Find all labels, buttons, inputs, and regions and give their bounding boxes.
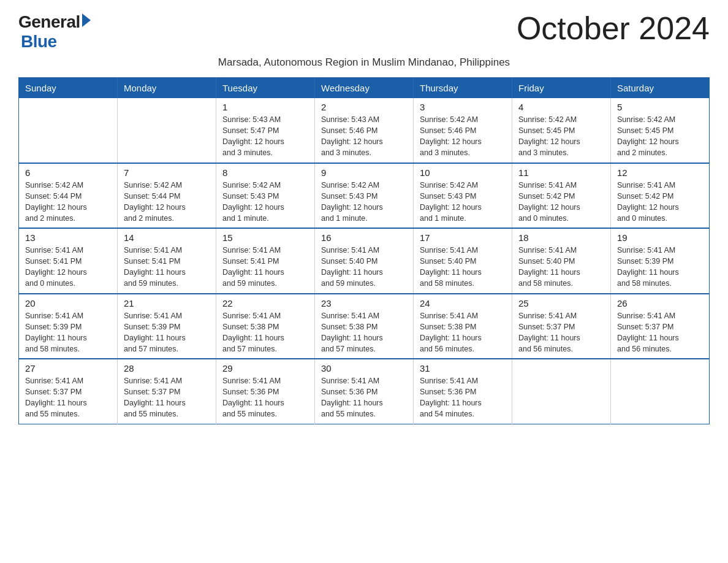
calendar-week-row: 20Sunrise: 5:41 AM Sunset: 5:39 PM Dayli… xyxy=(19,294,710,359)
calendar-cell: 3Sunrise: 5:42 AM Sunset: 5:46 PM Daylig… xyxy=(414,98,512,163)
day-number: 24 xyxy=(420,298,506,308)
day-number: 13 xyxy=(25,232,111,243)
header: General Blue October 2024 xyxy=(18,12,710,52)
calendar-cell: 27Sunrise: 5:41 AM Sunset: 5:37 PM Dayli… xyxy=(19,359,118,424)
day-number: 21 xyxy=(124,298,210,308)
calendar-cell: 24Sunrise: 5:41 AM Sunset: 5:38 PM Dayli… xyxy=(414,294,512,359)
day-number: 10 xyxy=(420,167,506,178)
calendar-week-row: 1Sunrise: 5:43 AM Sunset: 5:47 PM Daylig… xyxy=(19,98,710,163)
day-info: Sunrise: 5:41 AM Sunset: 5:38 PM Dayligh… xyxy=(420,310,506,355)
day-number: 6 xyxy=(25,167,111,178)
day-number: 31 xyxy=(420,363,506,373)
day-number: 8 xyxy=(222,167,308,178)
day-number: 5 xyxy=(617,102,703,112)
day-number: 17 xyxy=(420,232,506,243)
day-number: 2 xyxy=(321,102,407,112)
calendar-cell: 15Sunrise: 5:41 AM Sunset: 5:41 PM Dayli… xyxy=(216,228,315,294)
day-number: 16 xyxy=(321,232,407,243)
month-title: October 2024 xyxy=(517,12,710,44)
day-number: 3 xyxy=(420,102,506,112)
day-info: Sunrise: 5:41 AM Sunset: 5:37 PM Dayligh… xyxy=(124,375,210,420)
calendar-cell: 20Sunrise: 5:41 AM Sunset: 5:39 PM Dayli… xyxy=(19,294,118,359)
day-info: Sunrise: 5:41 AM Sunset: 5:40 PM Dayligh… xyxy=(321,245,407,289)
weekday-header-friday: Friday xyxy=(512,78,611,99)
day-info: Sunrise: 5:41 AM Sunset: 5:39 PM Dayligh… xyxy=(617,245,703,289)
day-info: Sunrise: 5:41 AM Sunset: 5:40 PM Dayligh… xyxy=(518,245,604,289)
calendar-week-row: 27Sunrise: 5:41 AM Sunset: 5:37 PM Dayli… xyxy=(19,359,710,424)
logo: General Blue xyxy=(18,12,91,52)
logo-general-text: General xyxy=(18,12,80,32)
weekday-header-thursday: Thursday xyxy=(414,78,512,99)
logo-arrow-icon xyxy=(82,13,91,27)
calendar-cell: 11Sunrise: 5:41 AM Sunset: 5:42 PM Dayli… xyxy=(512,163,611,229)
weekday-header-wednesday: Wednesday xyxy=(315,78,414,99)
day-info: Sunrise: 5:42 AM Sunset: 5:43 PM Dayligh… xyxy=(222,180,308,224)
calendar-cell xyxy=(118,98,216,163)
calendar-cell: 19Sunrise: 5:41 AM Sunset: 5:39 PM Dayli… xyxy=(611,228,710,294)
day-info: Sunrise: 5:41 AM Sunset: 5:41 PM Dayligh… xyxy=(222,245,308,289)
subtitle: Marsada, Autonomous Region in Muslim Min… xyxy=(18,56,710,69)
calendar-cell: 4Sunrise: 5:42 AM Sunset: 5:45 PM Daylig… xyxy=(512,98,611,163)
day-info: Sunrise: 5:41 AM Sunset: 5:38 PM Dayligh… xyxy=(321,310,407,355)
day-number: 1 xyxy=(222,102,308,112)
calendar-cell xyxy=(19,98,118,163)
day-number: 20 xyxy=(25,298,111,308)
day-info: Sunrise: 5:41 AM Sunset: 5:39 PM Dayligh… xyxy=(124,310,210,355)
weekday-header-row: SundayMondayTuesdayWednesdayThursdayFrid… xyxy=(19,78,710,99)
calendar-week-row: 13Sunrise: 5:41 AM Sunset: 5:41 PM Dayli… xyxy=(19,228,710,294)
day-number: 7 xyxy=(124,167,210,178)
weekday-header-tuesday: Tuesday xyxy=(216,78,315,99)
day-info: Sunrise: 5:42 AM Sunset: 5:44 PM Dayligh… xyxy=(25,180,111,224)
calendar-cell: 17Sunrise: 5:41 AM Sunset: 5:40 PM Dayli… xyxy=(414,228,512,294)
day-info: Sunrise: 5:41 AM Sunset: 5:42 PM Dayligh… xyxy=(617,180,703,224)
day-info: Sunrise: 5:42 AM Sunset: 5:45 PM Dayligh… xyxy=(518,114,604,159)
day-info: Sunrise: 5:41 AM Sunset: 5:37 PM Dayligh… xyxy=(25,375,111,420)
calendar-cell: 25Sunrise: 5:41 AM Sunset: 5:37 PM Dayli… xyxy=(512,294,611,359)
calendar-cell: 8Sunrise: 5:42 AM Sunset: 5:43 PM Daylig… xyxy=(216,163,315,229)
calendar-cell: 7Sunrise: 5:42 AM Sunset: 5:44 PM Daylig… xyxy=(118,163,216,229)
day-number: 14 xyxy=(124,232,210,243)
day-number: 19 xyxy=(617,232,703,243)
day-info: Sunrise: 5:41 AM Sunset: 5:37 PM Dayligh… xyxy=(617,310,703,355)
calendar-cell: 31Sunrise: 5:41 AM Sunset: 5:36 PM Dayli… xyxy=(414,359,512,424)
day-info: Sunrise: 5:41 AM Sunset: 5:36 PM Dayligh… xyxy=(321,375,407,420)
calendar-cell: 9Sunrise: 5:42 AM Sunset: 5:43 PM Daylig… xyxy=(315,163,414,229)
day-number: 11 xyxy=(518,167,604,178)
day-info: Sunrise: 5:41 AM Sunset: 5:37 PM Dayligh… xyxy=(518,310,604,355)
day-info: Sunrise: 5:41 AM Sunset: 5:36 PM Dayligh… xyxy=(222,375,308,420)
calendar-cell: 16Sunrise: 5:41 AM Sunset: 5:40 PM Dayli… xyxy=(315,228,414,294)
day-info: Sunrise: 5:43 AM Sunset: 5:46 PM Dayligh… xyxy=(321,114,407,159)
day-info: Sunrise: 5:41 AM Sunset: 5:40 PM Dayligh… xyxy=(420,245,506,289)
logo-blue-text: Blue xyxy=(21,32,57,52)
weekday-header-saturday: Saturday xyxy=(611,78,710,99)
calendar-cell: 29Sunrise: 5:41 AM Sunset: 5:36 PM Dayli… xyxy=(216,359,315,424)
day-info: Sunrise: 5:43 AM Sunset: 5:47 PM Dayligh… xyxy=(222,114,308,159)
calendar-cell: 14Sunrise: 5:41 AM Sunset: 5:41 PM Dayli… xyxy=(118,228,216,294)
calendar-cell: 1Sunrise: 5:43 AM Sunset: 5:47 PM Daylig… xyxy=(216,98,315,163)
calendar-cell: 10Sunrise: 5:42 AM Sunset: 5:43 PM Dayli… xyxy=(414,163,512,229)
day-number: 27 xyxy=(25,363,111,373)
day-info: Sunrise: 5:41 AM Sunset: 5:39 PM Dayligh… xyxy=(25,310,111,355)
calendar-cell: 13Sunrise: 5:41 AM Sunset: 5:41 PM Dayli… xyxy=(19,228,118,294)
day-number: 23 xyxy=(321,298,407,308)
day-info: Sunrise: 5:42 AM Sunset: 5:45 PM Dayligh… xyxy=(617,114,703,159)
day-number: 25 xyxy=(518,298,604,308)
calendar-cell: 21Sunrise: 5:41 AM Sunset: 5:39 PM Dayli… xyxy=(118,294,216,359)
calendar-cell: 22Sunrise: 5:41 AM Sunset: 5:38 PM Dayli… xyxy=(216,294,315,359)
calendar-cell: 5Sunrise: 5:42 AM Sunset: 5:45 PM Daylig… xyxy=(611,98,710,163)
day-info: Sunrise: 5:42 AM Sunset: 5:43 PM Dayligh… xyxy=(321,180,407,224)
day-number: 26 xyxy=(617,298,703,308)
weekday-header-sunday: Sunday xyxy=(19,78,118,99)
calendar-cell: 28Sunrise: 5:41 AM Sunset: 5:37 PM Dayli… xyxy=(118,359,216,424)
day-info: Sunrise: 5:41 AM Sunset: 5:41 PM Dayligh… xyxy=(25,245,111,289)
day-info: Sunrise: 5:41 AM Sunset: 5:36 PM Dayligh… xyxy=(420,375,506,420)
calendar-cell: 26Sunrise: 5:41 AM Sunset: 5:37 PM Dayli… xyxy=(611,294,710,359)
calendar-week-row: 6Sunrise: 5:42 AM Sunset: 5:44 PM Daylig… xyxy=(19,163,710,229)
day-number: 15 xyxy=(222,232,308,243)
day-number: 29 xyxy=(222,363,308,373)
calendar-cell: 18Sunrise: 5:41 AM Sunset: 5:40 PM Dayli… xyxy=(512,228,611,294)
day-number: 9 xyxy=(321,167,407,178)
day-info: Sunrise: 5:41 AM Sunset: 5:41 PM Dayligh… xyxy=(124,245,210,289)
day-number: 12 xyxy=(617,167,703,178)
day-number: 30 xyxy=(321,363,407,373)
